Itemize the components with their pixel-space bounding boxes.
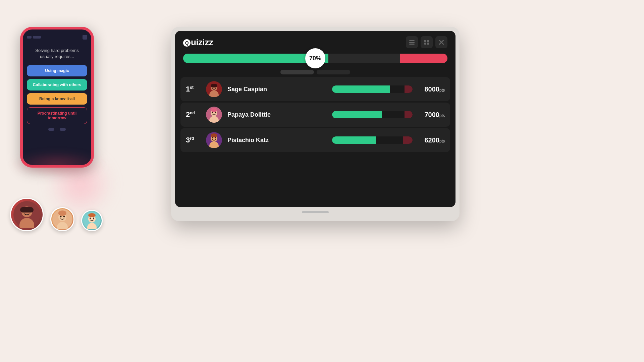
svg-point-34: [215, 112, 216, 113]
menu-icon: [409, 42, 415, 43]
svg-point-16: [93, 218, 94, 219]
score-bar-green-1: [332, 85, 390, 93]
svg-rect-19: [427, 40, 429, 42]
score-bar-dark-3: [403, 136, 413, 144]
leaderboard: 1st Sage Caspian: [175, 77, 455, 207]
score-bar-dark-1: [405, 85, 413, 93]
svg-point-10: [63, 216, 65, 218]
tablet-notch-bar: [302, 211, 329, 213]
svg-point-35: [211, 108, 217, 112]
phone-dot-wide: [33, 36, 41, 39]
phone-top-bar: [27, 35, 87, 40]
rank-2: 2nd: [186, 110, 201, 119]
progress-bar-red: [400, 54, 447, 63]
svg-point-9: [60, 216, 62, 218]
leaderboard-row-3: 3rd Pistachio Katz: [180, 128, 450, 152]
phone-top-dots: [27, 36, 41, 39]
close-icon: [439, 40, 444, 45]
score-2-pts: pts: [439, 113, 445, 118]
score-bar-dark-2: [405, 111, 413, 118]
avatars-row: [10, 198, 103, 231]
avatar-1-face: [11, 199, 43, 230]
quizizz-logo: Quizizz: [183, 37, 213, 48]
avatar-1: [10, 198, 44, 231]
avatar-3: [81, 210, 103, 231]
svg-point-33: [212, 112, 213, 113]
avatar-2: [50, 207, 74, 231]
rank-3: 3rd: [186, 136, 201, 144]
svg-point-39: [212, 137, 213, 138]
tab-btn-1[interactable]: [280, 70, 314, 74]
rank-1-num: 1: [186, 85, 190, 93]
player-name-2: Papaya Dolittle: [227, 111, 327, 118]
svg-point-15: [90, 218, 91, 219]
score-3-pts: pts: [439, 139, 445, 143]
phone-corner-btn: [83, 35, 87, 40]
player-avatar-3: [206, 132, 222, 148]
rank-1: 1st: [186, 85, 201, 94]
header-btn-1[interactable]: [406, 36, 418, 48]
score-bar-green-2: [332, 111, 382, 118]
score-2: 7000pts: [418, 111, 445, 119]
svg-rect-21: [427, 43, 429, 45]
tab-section: [175, 68, 455, 77]
avatar-2-face: [51, 208, 73, 230]
progress-bar: 70%: [183, 54, 447, 63]
score-1-pts: pts: [439, 88, 445, 93]
phone-frame: Solving hard problems usually requires..…: [20, 27, 94, 168]
avatar-3-face: [82, 211, 102, 230]
svg-rect-5: [20, 207, 34, 213]
player-name-3: Pistachio Katz: [227, 137, 327, 144]
header-btn-2[interactable]: [421, 36, 433, 48]
header-btn-3[interactable]: [435, 36, 447, 48]
phone-dot-1: [27, 36, 32, 39]
score-bar-2: [332, 111, 413, 118]
svg-point-40: [215, 137, 216, 138]
tablet-frame: Quizizz: [171, 27, 460, 221]
answer-btn-1[interactable]: Using magic: [27, 65, 87, 76]
svg-point-17: [88, 213, 96, 217]
header-controls: [406, 36, 447, 48]
rank-2-num: 2: [186, 110, 190, 119]
answer-btn-4[interactable]: Procrastinating until tomorrow: [27, 107, 87, 124]
player-avatar-2: [206, 107, 222, 123]
rank-2-suffix: nd: [190, 111, 195, 115]
player-avatar-1: [206, 81, 222, 97]
progress-section: 70%: [175, 51, 455, 68]
quizizz-text: uizizz: [191, 37, 213, 47]
tab-btn-2[interactable]: [317, 70, 350, 74]
score-1-num: 8000: [424, 85, 439, 93]
leaderboard-row-2: 2nd Papaya Dolittle: [180, 103, 450, 127]
svg-rect-18: [424, 40, 426, 42]
player-name-1: Sage Caspian: [227, 86, 327, 93]
score-1: 8000pts: [418, 85, 445, 93]
score-bar-3: [332, 136, 413, 144]
rank-3-num: 3: [186, 136, 190, 144]
svg-rect-29: [211, 84, 217, 87]
score-bar-green-3: [332, 136, 376, 144]
quiz-header: Quizizz: [175, 31, 455, 51]
svg-rect-20: [424, 43, 426, 45]
rank-1-suffix: st: [190, 85, 194, 90]
phone-shadow: [10, 151, 104, 178]
answer-btn-2[interactable]: Collaborating with others: [27, 79, 87, 90]
tablet-screen: Quizizz: [175, 31, 455, 207]
phone-nav-dot-2: [60, 128, 66, 131]
score-bar-1: [332, 85, 413, 93]
score-3: 6200pts: [418, 136, 445, 144]
progress-badge: 70%: [305, 48, 325, 68]
rank-3-suffix: rd: [190, 136, 194, 141]
svg-point-11: [58, 210, 66, 216]
phone-section: Solving hard problems usually requires..…: [20, 27, 94, 168]
leaderboard-row-1: 1st Sage Caspian: [180, 77, 450, 101]
phone-bottom-bar: [27, 128, 87, 131]
phone-question: Solving hard problems usually requires..…: [27, 45, 87, 62]
answer-btn-3[interactable]: Being a know-it-all: [27, 93, 87, 105]
quizizz-q: Q: [183, 39, 191, 47]
svg-point-41: [211, 133, 217, 137]
score-2-num: 7000: [424, 111, 439, 118]
phone-nav-dot-1: [48, 128, 54, 131]
score-3-num: 6200: [424, 136, 439, 144]
tablet-bottom-notch: [175, 207, 455, 217]
grid-icon: [424, 40, 429, 45]
